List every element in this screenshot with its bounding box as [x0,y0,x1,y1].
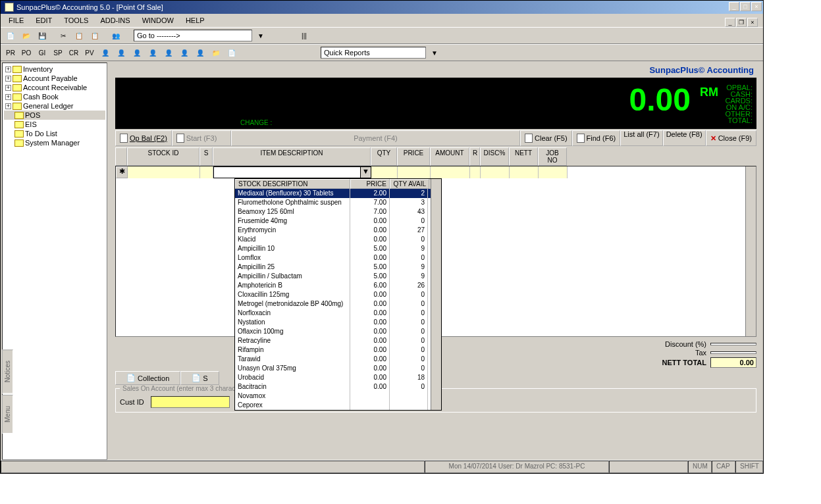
tb2-person3-icon[interactable]: 👤 [130,46,144,59]
tree-cashbook[interactable]: +Cash Book [4,92,105,101]
col-r[interactable]: R [469,147,480,166]
quick-reports-combo[interactable]: Quick Reports [321,47,426,59]
dropdown-row[interactable]: Bacitracin0.000 [235,382,441,391]
tb2-person1-icon[interactable]: 👤 [98,46,113,59]
tree-gl[interactable]: +General Ledger [4,101,105,111]
find-button[interactable]: Find (F6) [572,130,621,146]
tb-copy-icon[interactable]: 📋 [72,29,86,42]
menu-help[interactable]: HELP [180,15,210,26]
mdi-close-button[interactable]: × [747,18,758,27]
delete-button[interactable]: Delete (F8) [663,130,706,146]
tree-sysmgr[interactable]: System Manager [4,138,105,147]
dropdown-row[interactable]: Rifampin0.000 [235,345,441,355]
goto-combo[interactable]: Go to --------> [134,30,252,41]
dropdown-row[interactable]: Retracyline0.000 [235,336,441,345]
quick-reports-dropdown-icon[interactable]: ▼ [427,46,442,59]
dropdown-scrollbar[interactable] [431,179,441,410]
close-button[interactable]: ✕Close (F9) [706,130,756,146]
col-amount[interactable]: AMOUNT [430,147,469,166]
menu-edit[interactable]: EDIT [30,15,57,26]
dropdown-row[interactable]: Mediaxal (Benfluorex) 30 Tablets2.002 [235,189,441,198]
tb-people-icon[interactable]: 👥 [109,29,123,42]
dd-col-desc[interactable]: STOCK DESCRIPTION [235,179,350,189]
tb2-person2-icon[interactable]: 👤 [114,46,128,59]
tab-collection[interactable]: 📄Collection [115,371,180,385]
tb-open-icon[interactable]: 📂 [19,29,34,42]
item-desc-input[interactable]: ▼ [213,166,371,178]
dropdown-row[interactable]: Flurometholone Ophthalmic suspen7.003 [235,198,441,207]
col-jobno[interactable]: JOB NO [538,147,567,166]
tb2-person6-icon[interactable]: 👤 [177,46,192,59]
col-nett[interactable]: NETT [509,147,538,166]
dropdown-row[interactable]: Ampicillin 255.009 [235,263,441,272]
dropdown-row[interactable]: Unasyn Oral 375mg0.000 [235,364,441,373]
dropdown-icon[interactable]: ▼ [360,167,371,178]
col-desc[interactable]: ITEM DESCRIPTION [213,147,371,166]
listall-button[interactable]: List all (F7) [620,130,662,146]
dropdown-row[interactable]: Klacid0.000 [235,235,441,244]
tb2-sp-icon[interactable]: SP [51,46,65,59]
sidetab-notices[interactable]: Notices [2,349,13,393]
col-s[interactable]: S [199,147,213,166]
tree-pos[interactable]: POS [4,111,105,120]
menu-window[interactable]: WINDOW [137,15,179,26]
tax-field[interactable] [710,351,756,354]
tb2-doc-icon[interactable]: 📄 [225,46,239,59]
minimize-button[interactable]: _ [729,2,739,11]
tb2-person7-icon[interactable]: 👤 [193,46,207,59]
dd-col-qty[interactable]: QTY AVAIL [390,179,429,189]
tb2-po-icon[interactable]: PO [19,46,34,59]
menu-addins[interactable]: ADD-INS [95,15,135,26]
start-button[interactable]: Start (F3) [172,130,231,146]
tree-ar[interactable]: +Account Receivable [4,83,105,92]
tb2-person4-icon[interactable]: 👤 [146,46,160,59]
menu-tools[interactable]: TOOLS [59,15,93,26]
dropdown-row[interactable]: Ampicillin 105.009 [235,244,441,253]
tree-inventory[interactable]: +Inventory [4,64,105,74]
close-window-button[interactable]: × [751,2,762,11]
dropdown-row[interactable]: Beamoxy 125 60ml7.0043 [235,207,441,216]
dropdown-row[interactable]: Metrogel (metronidazole BP 400mg)0.000 [235,299,441,309]
maximize-button[interactable]: □ [740,2,751,11]
dropdown-row[interactable]: Norfloxacin0.000 [235,309,441,318]
tb-barcode-icon[interactable]: ||| [297,29,311,42]
tb-new-icon[interactable]: 📄 [3,29,18,42]
opbal-button[interactable]: Op Bal (F2) [115,130,172,146]
tb2-person5-icon[interactable]: 👤 [161,46,176,59]
payment-button[interactable]: Payment (F4) [231,130,520,146]
tb2-pv-icon[interactable]: PV [82,46,97,59]
col-price[interactable]: PRICE [397,147,430,166]
dropdown-row[interactable]: Cloxacillin 125mg0.000 [235,290,441,299]
dropdown-row[interactable]: Novamox [235,391,441,401]
tree-todo[interactable]: To Do List [4,129,105,138]
tb2-gi-icon[interactable]: GI [35,46,49,59]
dd-col-price[interactable]: PRICE [350,179,390,189]
tree-ap[interactable]: +Account Payable [4,74,105,83]
dropdown-row[interactable]: Tarawid0.000 [235,355,441,364]
discount-field[interactable] [710,343,756,345]
grid-new-row[interactable]: ✱ ▼ [116,166,756,178]
sidetab-menu[interactable]: Menu [2,395,13,434]
menu-file[interactable]: FILE [3,15,29,26]
grid-scrollbar-v[interactable] [745,166,756,336]
tree-eis[interactable]: EIS [4,120,105,129]
col-disc[interactable]: DISC% [480,147,509,166]
col-qty[interactable]: QTY [371,147,397,166]
col-stockid[interactable]: STOCK ID [127,147,199,166]
tb2-folder-icon[interactable]: 📁 [209,46,223,59]
mdi-minimize-button[interactable]: _ [725,18,735,27]
tb-save-icon[interactable]: 💾 [35,29,49,42]
mdi-restore-button[interactable]: ❐ [736,18,747,27]
dropdown-row[interactable]: Oflaxcin 100mg0.000 [235,327,441,336]
tb2-cr-icon[interactable]: CR [66,46,81,59]
tb-cut-icon[interactable]: ✂ [56,29,70,42]
dropdown-row[interactable]: Frusemide 40mg0.000 [235,216,441,226]
custid-input[interactable] [151,396,230,408]
dropdown-row[interactable]: Ampicillin / Sulbactam5.009 [235,272,441,281]
clear-button[interactable]: Clear (F5) [520,130,572,146]
dropdown-row[interactable]: Erythromycin0.0027 [235,226,441,235]
dropdown-row[interactable]: Urobacid0.0018 [235,373,441,382]
tb-paste-icon[interactable]: 📋 [88,29,102,42]
tab-s[interactable]: 📄S [180,371,219,385]
goto-dropdown-icon[interactable]: ▼ [253,29,268,42]
